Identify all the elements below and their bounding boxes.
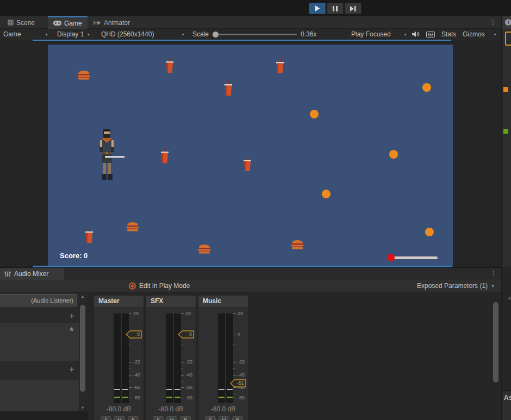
scale-label: Scale: [192, 29, 209, 40]
stats-button[interactable]: Stats: [441, 29, 456, 40]
groups-panel-scrollbar[interactable]: ▲ ▼: [79, 293, 88, 411]
tab-animator[interactable]: Animator: [88, 16, 135, 29]
solo-button[interactable]: S: [101, 416, 111, 420]
soda-pickup: [223, 81, 233, 96]
play-icon: [315, 5, 320, 11]
solo-button[interactable]: S: [205, 416, 216, 420]
snapshots-list[interactable]: ★: [0, 323, 79, 361]
assets-label: As: [504, 394, 511, 402]
meter-tick: [233, 398, 236, 398]
gizmos-dropdown[interactable]: Gizmos ▼: [463, 29, 485, 40]
scroll-down-icon[interactable]: ▼: [80, 405, 85, 410]
game-panel-menu-icon[interactable]: ⋮: [490, 18, 496, 26]
view-dropdown[interactable]: Game ▼: [3, 29, 21, 40]
bypass-button[interactable]: B: [128, 416, 139, 420]
scrollbar-thumb[interactable]: [80, 305, 85, 392]
selected-asset-highlight: [505, 32, 511, 46]
tab-scene[interactable]: Scene: [2, 16, 40, 29]
meter-tick: [233, 314, 236, 314]
strip-level-label: -80.0 dB: [94, 405, 144, 413]
bypass-button[interactable]: B: [232, 416, 243, 420]
pause-button[interactable]: [327, 3, 344, 14]
scrollbar-thumb[interactable]: [493, 302, 498, 383]
add-snapshot-button[interactable]: +: [69, 311, 74, 322]
step-button[interactable]: [345, 3, 362, 14]
orange-component-swatch: [503, 87, 508, 92]
pause-icon: [333, 6, 338, 11]
game-slider-knob: [387, 254, 395, 261]
meter-minor-tick: [181, 393, 183, 393]
bypass-button[interactable]: B: [180, 416, 191, 420]
mute-button[interactable]: M: [114, 416, 125, 420]
vsync-toggle-button[interactable]: [426, 29, 435, 40]
chevron-down-icon: ▼: [493, 33, 497, 36]
volume-fader-handle[interactable]: 0: [126, 330, 142, 338]
solo-button[interactable]: S: [153, 416, 164, 420]
meter-tick: [181, 314, 184, 314]
soda-pickup: [84, 228, 94, 243]
meter-scale: 200-20-40-60-80: [94, 296, 144, 404]
fader-value: 0: [189, 331, 192, 337]
meter-tick: [181, 387, 184, 388]
burger-pickup: [197, 244, 211, 254]
tab-game-label: Game: [64, 20, 82, 27]
coin-pickup: [422, 83, 431, 92]
meter-tick: [181, 398, 184, 398]
mixer-scrollbar[interactable]: [492, 295, 500, 393]
strip-level-label: -80.0 dB: [146, 405, 196, 413]
burger-pickup: [290, 240, 304, 249]
mute-button[interactable]: M: [166, 416, 177, 420]
edit-in-play-mode-button[interactable]: Edit in Play Mode: [139, 282, 190, 290]
add-group-button[interactable]: +: [69, 364, 74, 375]
audio-mixer-tab-label: Audio Mixer: [14, 270, 48, 278]
meter-scale: 200-20-40-60-80: [198, 296, 248, 404]
resolution-dropdown[interactable]: QHD (2560x1440) ▼: [101, 29, 154, 40]
volume-fader-handle[interactable]: -51: [230, 379, 246, 387]
display-dropdown[interactable]: Display 1 ▼: [57, 29, 90, 40]
coin-pickup: [425, 228, 434, 236]
meter-minor-tick: [181, 344, 183, 344]
play-focused-label: Play Focused: [351, 30, 391, 38]
meter-tick-label: -20: [185, 359, 192, 365]
meter-tick: [129, 362, 132, 362]
tab-audio-mixer[interactable]: Audio Mixer: [0, 268, 64, 280]
meter-tick: [233, 335, 236, 335]
play-focused-dropdown[interactable]: Play Focused ▼: [351, 29, 391, 40]
meter-minor-tick: [233, 368, 235, 369]
game-surface[interactable]: Score: 0: [48, 45, 453, 267]
scroll-up-icon[interactable]: ▲: [80, 294, 85, 299]
meter-tick: [233, 375, 236, 375]
scale-slider-knob[interactable]: [213, 32, 219, 37]
meter-minor-tick: [233, 353, 235, 353]
tab-scene-label: Scene: [16, 19, 35, 27]
soda-pickup: [275, 59, 285, 74]
audio-listener-item[interactable]: (Audio Listener): [0, 294, 77, 306]
play-button[interactable]: [309, 3, 326, 14]
score-text: Score: 0: [60, 252, 88, 260]
meter-minor-tick: [181, 353, 183, 353]
scroll-up-icon[interactable]: ▲: [507, 296, 511, 300]
volume-fader-handle[interactable]: 0: [178, 330, 194, 338]
mixer-panel-menu-icon[interactable]: ⋮: [490, 269, 497, 277]
scale-slider-track[interactable]: [216, 34, 297, 35]
meter-tick-label: -60: [185, 385, 192, 390]
tab-game[interactable]: Game: [48, 16, 88, 29]
meter-tick-label: -20: [133, 359, 140, 365]
views-list[interactable]: [0, 380, 79, 411]
exposed-parameters-dropdown[interactable]: Exposed Parameters (1) ▼: [417, 282, 495, 290]
mixer-strip-master: Master 200-20-40-60-80 0 -80.0 dB S M B: [94, 295, 144, 420]
default-snapshot-star-icon[interactable]: ★: [68, 325, 74, 333]
mute-button[interactable]: M: [219, 416, 229, 420]
meter-tick: [129, 387, 132, 388]
game-view-panel: Score: 0: [0, 41, 501, 267]
meter-tick: [233, 387, 236, 388]
meter-minor-tick: [233, 393, 235, 393]
meter-minor-tick: [181, 381, 183, 382]
unity-editor-window: Scene Game Animator ⋮ Game ▼ Display 1 ▼…: [0, 0, 511, 420]
burger-pickup: [77, 70, 91, 80]
coin-pickup: [389, 150, 398, 159]
mute-audio-button[interactable]: [412, 29, 420, 40]
right-edge-strip: ▲ As: [501, 267, 511, 420]
green-component-swatch: [503, 129, 508, 134]
coin-pickup: [310, 110, 319, 118]
